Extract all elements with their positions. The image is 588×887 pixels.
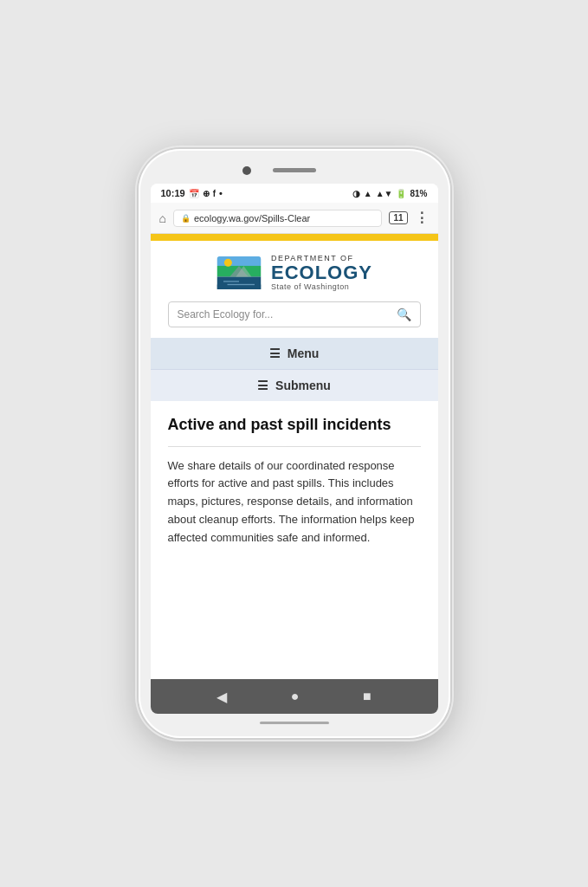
tab-count[interactable]: 11 (389, 211, 407, 224)
address-bar[interactable]: ⌂ 🔒 ecology.wa.gov/Spills-Clear 11 ⋮ (151, 203, 438, 234)
page-title: Active and past spill incidents (168, 415, 421, 435)
lock-icon: 🔒 (181, 214, 191, 223)
status-bar: 10:19 📅 ⊕ f • ◑ ▲ ▲▼ 🔋 81% (151, 184, 438, 203)
submenu-button[interactable]: ☰ Submenu (151, 369, 438, 401)
wifi-icon: ▲ (364, 189, 372, 198)
svg-point-5 (224, 259, 232, 267)
camera (242, 166, 251, 175)
speaker (273, 168, 316, 172)
hamburger-icon: ☰ (269, 346, 281, 360)
home-bar (260, 722, 329, 724)
logo-text: DEPARTMENT OF ECOLOGY State of Washingto… (271, 255, 372, 291)
signal-icon: ▲▼ (376, 189, 393, 198)
ecology-label: ECOLOGY (271, 262, 372, 283)
status-right: ◑ ▲ ▲▼ 🔋 81% (352, 189, 428, 198)
logo-area: DEPARTMENT OF ECOLOGY State of Washingto… (151, 241, 438, 301)
calendar-icon: 📅 (189, 189, 199, 198)
page-content: DEPARTMENT OF ECOLOGY State of Washingto… (151, 234, 438, 714)
time-display: 10:19 (161, 188, 185, 198)
dot-indicator: • (219, 188, 223, 198)
divider (168, 446, 421, 447)
main-content: Active and past spill incidents We share… (151, 401, 438, 679)
phone-top-hardware (145, 159, 443, 184)
status-left: 10:19 📅 ⊕ f • (161, 188, 223, 198)
browser-menu-icon[interactable]: ⋮ (415, 210, 430, 226)
phone-bottom (260, 714, 329, 731)
search-box[interactable]: Search Ecology for... 🔍 (168, 301, 421, 327)
state-label: State of Washington (271, 283, 372, 291)
wa-state-logo (216, 255, 262, 291)
url-text: ecology.wa.gov/Spills-Clear (194, 213, 310, 223)
url-field[interactable]: 🔒 ecology.wa.gov/Spills-Clear (173, 210, 382, 227)
android-nav-bar: ◀ ● ■ (151, 679, 438, 714)
home-button[interactable]: ● (291, 689, 300, 704)
search-icon[interactable]: 🔍 (397, 308, 411, 321)
back-button[interactable]: ◀ (216, 689, 227, 705)
page-description: We share details of our coordinated resp… (168, 457, 421, 547)
battery-icon: 🔋 (396, 189, 406, 198)
yellow-stripe (151, 234, 438, 241)
submenu-hamburger-icon: ☰ (257, 379, 268, 392)
main-menu-button[interactable]: ☰ Menu (151, 338, 438, 369)
social-icon-2: f (213, 189, 216, 198)
social-icon-1: ⊕ (203, 189, 210, 198)
brightness-icon: ◑ (352, 189, 360, 198)
svg-rect-1 (217, 256, 261, 268)
submenu-label: Submenu (275, 379, 331, 392)
battery-percent: 81% (410, 189, 427, 198)
overview-button[interactable]: ■ (363, 689, 372, 704)
search-placeholder[interactable]: Search Ecology for... (178, 308, 397, 320)
phone-screen: 10:19 📅 ⊕ f • ◑ ▲ ▲▼ 🔋 81% ⌂ 🔒 ecology.w… (151, 184, 438, 714)
search-area[interactable]: Search Ecology for... 🔍 (151, 301, 438, 338)
browser-home-icon[interactable]: ⌂ (159, 211, 166, 225)
phone-frame: 10:19 📅 ⊕ f • ◑ ▲ ▲▼ 🔋 81% ⌂ 🔒 ecology.w… (139, 149, 450, 738)
svg-rect-4 (217, 285, 261, 289)
menu-label: Menu (288, 346, 320, 360)
